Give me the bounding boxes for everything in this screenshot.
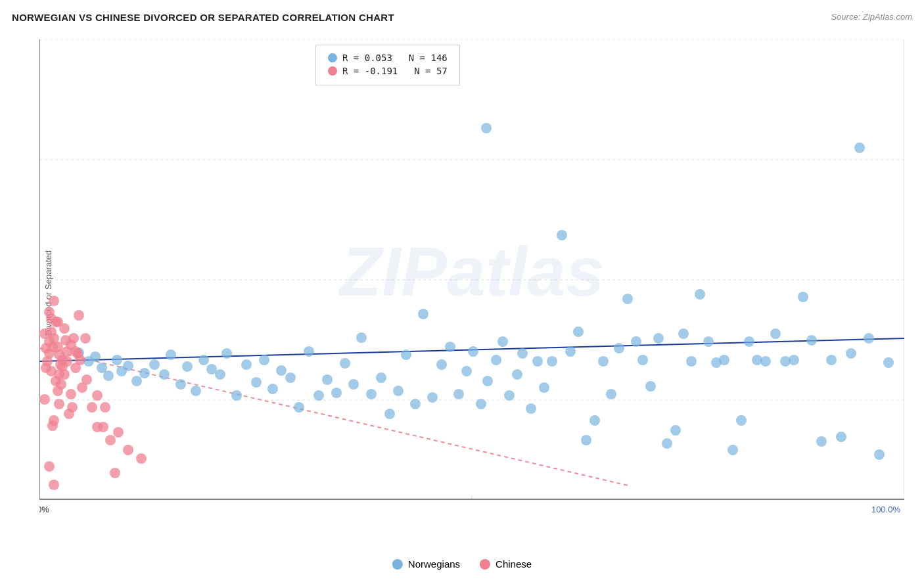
svg-point-22	[103, 371, 114, 381]
svg-point-43	[276, 365, 287, 376]
svg-point-115	[883, 357, 894, 368]
svg-point-71	[512, 369, 522, 380]
svg-point-157	[59, 323, 70, 334]
svg-point-114	[874, 449, 885, 460]
svg-point-48	[322, 374, 333, 385]
svg-point-174	[49, 415, 59, 426]
svg-point-142	[49, 296, 59, 306]
svg-point-38	[231, 390, 242, 401]
svg-point-173	[39, 394, 50, 405]
bottom-legend-dot-chinese	[480, 559, 490, 570]
svg-point-155	[41, 363, 51, 373]
svg-point-74	[532, 356, 543, 367]
svg-point-59	[418, 309, 428, 319]
svg-point-72	[517, 348, 528, 359]
svg-point-88	[645, 381, 656, 392]
legend-dot-norwegians	[328, 53, 337, 62]
svg-point-110	[836, 432, 846, 442]
svg-text:ZIPatlas: ZIPatlas	[338, 233, 605, 310]
svg-point-78	[565, 346, 576, 357]
svg-point-66	[476, 399, 486, 409]
svg-point-170	[92, 422, 103, 432]
svg-point-55	[384, 409, 395, 419]
svg-point-90	[662, 438, 672, 449]
svg-point-125	[66, 389, 76, 399]
svg-point-169	[80, 333, 91, 344]
svg-point-113	[864, 333, 874, 344]
svg-point-44	[285, 372, 296, 383]
svg-point-167	[66, 340, 76, 350]
svg-point-152	[67, 402, 78, 413]
svg-point-172	[110, 468, 120, 478]
legend-box: R = 0.053 N = 146 R = -0.191 N = 57	[315, 45, 460, 85]
svg-point-30	[166, 349, 176, 360]
svg-point-57	[401, 349, 411, 360]
svg-point-49	[331, 388, 342, 398]
svg-point-28	[149, 359, 160, 370]
svg-point-64	[461, 366, 472, 376]
svg-point-130	[54, 399, 64, 409]
svg-point-69	[497, 336, 508, 347]
svg-point-26	[131, 376, 142, 386]
svg-point-166	[53, 386, 63, 396]
svg-point-23	[112, 355, 122, 365]
svg-point-77	[557, 230, 567, 240]
svg-point-112	[854, 143, 865, 153]
svg-point-138	[105, 435, 116, 445]
svg-point-151	[49, 480, 59, 490]
bottom-legend-dot-norwegians	[392, 559, 403, 570]
svg-point-164	[46, 313, 57, 324]
svg-point-94	[695, 289, 705, 300]
svg-point-103	[770, 328, 781, 339]
svg-point-52	[356, 332, 367, 343]
legend-r-chinese: R = -0.191	[342, 66, 398, 76]
svg-point-106	[798, 292, 808, 302]
svg-point-83	[606, 389, 616, 399]
svg-text:100.0%: 100.0%	[871, 505, 901, 514]
svg-point-36	[215, 369, 225, 380]
svg-point-111	[846, 348, 856, 359]
svg-point-51	[348, 379, 359, 390]
svg-point-42	[267, 384, 278, 394]
svg-point-56	[393, 386, 404, 396]
svg-point-25	[123, 361, 133, 371]
legend-n-chinese: N = 57	[414, 66, 448, 76]
legend-n-norwegians: N = 146	[409, 53, 448, 63]
svg-point-168	[74, 310, 84, 321]
svg-point-105	[789, 355, 799, 365]
svg-point-53	[366, 389, 377, 399]
svg-point-31	[175, 379, 186, 390]
svg-point-32	[182, 361, 193, 372]
svg-point-140	[123, 445, 133, 455]
svg-point-99	[736, 415, 747, 426]
svg-text:0.0%: 0.0%	[39, 505, 49, 514]
svg-point-91	[670, 425, 681, 436]
svg-point-20	[90, 351, 101, 362]
svg-point-39	[241, 359, 252, 370]
svg-point-41	[259, 355, 269, 365]
svg-point-46	[304, 346, 314, 357]
svg-point-29	[159, 369, 170, 380]
chart-title: NORWEGIAN VS CHINESE DIVORCED OR SEPARAT…	[12, 12, 394, 23]
svg-point-97	[719, 355, 729, 365]
svg-point-40	[251, 377, 262, 388]
svg-point-135	[87, 402, 97, 413]
svg-point-108	[816, 436, 827, 447]
svg-point-75	[539, 382, 549, 393]
svg-point-92	[678, 328, 689, 339]
svg-point-62	[445, 342, 455, 352]
bottom-legend-chinese: Chinese	[480, 558, 532, 570]
legend-dot-chinese	[328, 66, 337, 76]
svg-point-139	[113, 427, 124, 438]
svg-point-34	[198, 355, 209, 365]
svg-point-63	[453, 389, 464, 399]
svg-point-84	[614, 343, 624, 353]
svg-point-73	[526, 403, 536, 414]
bottom-legend-label-norwegians: Norwegians	[408, 558, 460, 570]
chart-svg: 10.0% 20.0% 30.0% 40.0% 0.0% 100.0% ZIPa…	[39, 39, 904, 520]
svg-point-47	[313, 390, 324, 401]
svg-point-150	[44, 461, 55, 472]
bottom-legend: Norwegians Chinese	[392, 558, 532, 570]
svg-point-100	[744, 336, 754, 347]
svg-point-80	[581, 435, 591, 445]
